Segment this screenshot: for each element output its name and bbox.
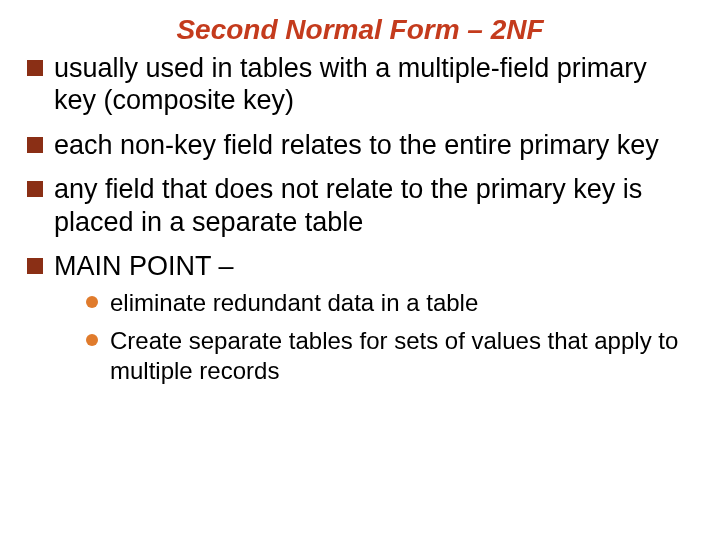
square-bullet-icon [27,137,43,153]
sub-bullet-text: eliminate redundant data in a table [110,289,478,316]
bullet-text: usually used in tables with a multiple-f… [54,53,647,115]
sub-bullet-item: eliminate redundant data in a table [86,288,696,318]
bullet-item: MAIN POINT – eliminate redundant data in… [24,250,696,386]
square-bullet-icon [27,258,43,274]
sub-bullet-text: Create separate tables for sets of value… [110,327,678,384]
bullet-text: each non-key field relates to the entire… [54,130,659,160]
bullet-text: any field that does not relate to the pr… [54,174,642,236]
square-bullet-icon [27,60,43,76]
bullet-item: any field that does not relate to the pr… [24,173,696,238]
square-bullet-icon [27,181,43,197]
round-bullet-icon [86,334,98,346]
bullet-item: each non-key field relates to the entire… [24,129,696,161]
sub-bullet-list: eliminate redundant data in a table Crea… [86,288,696,386]
round-bullet-icon [86,296,98,308]
bullet-item: usually used in tables with a multiple-f… [24,52,696,117]
slide-title: Second Normal Form – 2NF [24,14,696,46]
main-bullet-list: usually used in tables with a multiple-f… [24,52,696,386]
sub-bullet-item: Create separate tables for sets of value… [86,326,696,386]
bullet-text: MAIN POINT – [54,251,234,281]
